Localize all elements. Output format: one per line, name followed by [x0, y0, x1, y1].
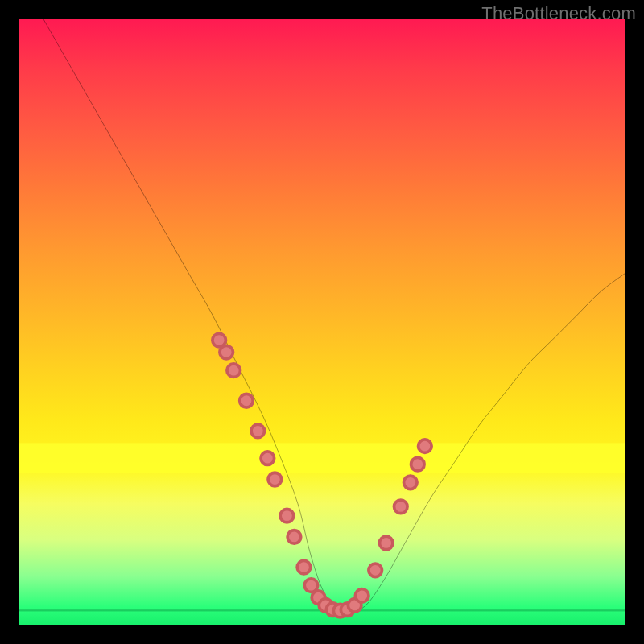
marker-dot — [379, 536, 393, 550]
marker-dot — [240, 394, 254, 407]
bands-layer — [19, 443, 625, 611]
watermark-text: TheBottleneck.com — [481, 3, 636, 24]
curve-path — [43, 19, 625, 613]
marker-dot — [220, 345, 233, 359]
marker-dot — [227, 364, 241, 378]
marker-dot — [419, 440, 432, 453]
marker-dot — [355, 589, 369, 603]
marker-dot — [394, 500, 407, 514]
marker-dot — [287, 530, 301, 544]
yellow-band — [19, 443, 625, 473]
marker-dot — [297, 560, 311, 574]
marker-dot — [369, 564, 382, 577]
marker-dot — [404, 476, 418, 489]
plot-area — [19, 19, 625, 625]
marker-dot — [280, 509, 294, 522]
marker-dot — [261, 452, 275, 465]
chart-svg — [19, 19, 625, 625]
marker-dot — [251, 424, 265, 438]
marker-dot — [411, 457, 425, 471]
marker-dot — [268, 473, 282, 486]
outer-frame: TheBottleneck.com — [0, 0, 644, 644]
dots-layer — [213, 333, 431, 617]
